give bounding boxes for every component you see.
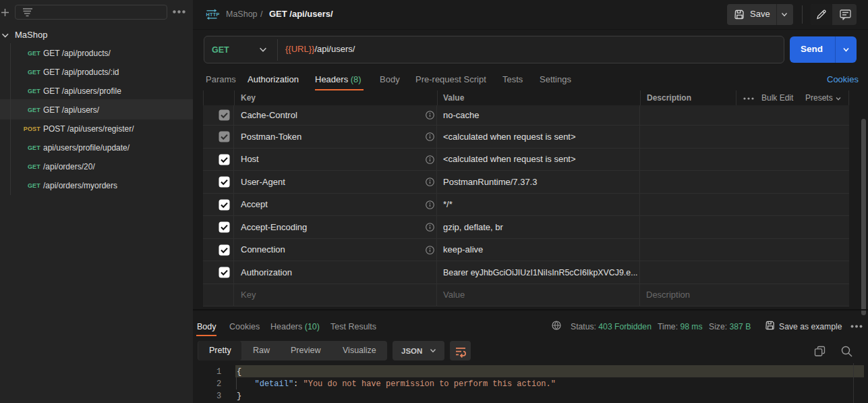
svg-text:HTTP: HTTP [206, 11, 220, 18]
